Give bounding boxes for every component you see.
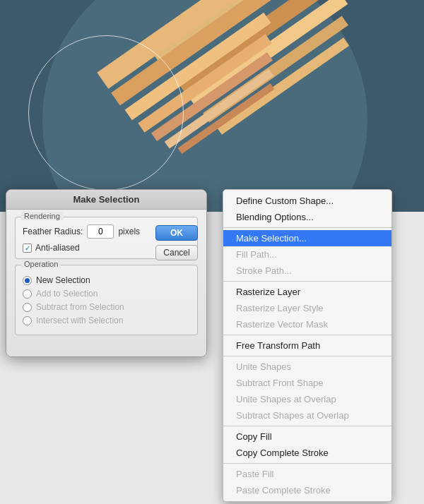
radio-label-intersect-with-selection: Intersect with Selection <box>36 316 123 325</box>
menu-item-1[interactable]: Blending Options... <box>223 209 391 225</box>
radio-group: New Selection Add to Selection Subtract … <box>23 272 190 325</box>
menu-item-0[interactable]: Define Custom Shape... <box>223 193 391 209</box>
anti-alias-label: Anti-aliased <box>35 243 80 253</box>
dialog-buttons: OK Cancel <box>155 225 198 260</box>
menu-separator <box>223 281 391 282</box>
radio-subtract-from-selection[interactable]: Subtract from Selection <box>23 302 190 312</box>
radio-new-selection[interactable]: New Selection <box>23 275 190 285</box>
make-selection-dialog: Make Selection Rendering Feather Radius:… <box>6 189 207 357</box>
menu-separator <box>223 335 391 335</box>
context-menu: Define Custom Shape...Blending Options..… <box>223 189 392 502</box>
operation-group: Operation New Selection Add to Selection… <box>15 265 198 335</box>
menu-item-22: Paste Complete Stroke <box>223 482 391 498</box>
operation-group-label: Operation <box>21 260 61 268</box>
menu-item-3[interactable]: Make Selection... <box>223 230 391 246</box>
menu-item-7[interactable]: Rasterize Layer <box>223 284 391 300</box>
cancel-button[interactable]: Cancel <box>155 245 198 260</box>
feather-radius-label: Feather Radius: <box>23 227 83 236</box>
menu-item-15: Unite Shapes at Overlap <box>223 391 391 407</box>
radio-button-intersect-with-selection[interactable] <box>23 316 32 325</box>
dialog-title-bar: Make Selection <box>6 190 206 210</box>
menu-separator <box>223 463 391 464</box>
radio-label-add-to-selection: Add to Selection <box>36 289 98 299</box>
menu-item-9: Rasterize Vector Mask <box>223 316 391 332</box>
menu-separator <box>223 356 391 356</box>
radio-label-subtract-from-selection: Subtract from Selection <box>36 302 124 312</box>
menu-item-11[interactable]: Free Transform Path <box>223 337 391 354</box>
radio-button-new-selection[interactable] <box>23 276 32 285</box>
menu-item-18[interactable]: Copy Fill <box>223 428 391 445</box>
rendering-group-label: Rendering <box>21 212 63 220</box>
menu-item-4: Fill Path... <box>223 246 391 263</box>
canvas-background <box>0 0 424 212</box>
radio-add-to-selection[interactable]: Add to Selection <box>23 289 190 299</box>
menu-separator <box>223 426 391 426</box>
menu-item-21: Paste Fill <box>223 466 391 482</box>
ok-button[interactable]: OK <box>155 225 198 241</box>
dialog-title: Make Selection <box>73 194 140 205</box>
menu-item-5: Stroke Path... <box>223 263 391 279</box>
menu-item-19[interactable]: Copy Complete Stroke <box>223 445 391 461</box>
radio-label-new-selection: New Selection <box>36 275 90 285</box>
radio-button-add-to-selection[interactable] <box>23 289 32 299</box>
radio-button-subtract-from-selection[interactable] <box>23 303 32 312</box>
menu-separator <box>223 227 391 228</box>
menu-item-13: Unite Shapes <box>223 359 391 375</box>
menu-item-16: Subtract Shapes at Overlap <box>223 407 391 424</box>
pixels-label: pixels <box>118 227 140 236</box>
anti-alias-checkbox[interactable]: ✓ <box>23 244 32 253</box>
feather-radius-input[interactable] <box>87 224 114 239</box>
menu-item-8: Rasterize Layer Style <box>223 300 391 316</box>
menu-item-14: Subtract Front Shape <box>223 375 391 391</box>
radio-intersect-with-selection[interactable]: Intersect with Selection <box>23 316 190 325</box>
